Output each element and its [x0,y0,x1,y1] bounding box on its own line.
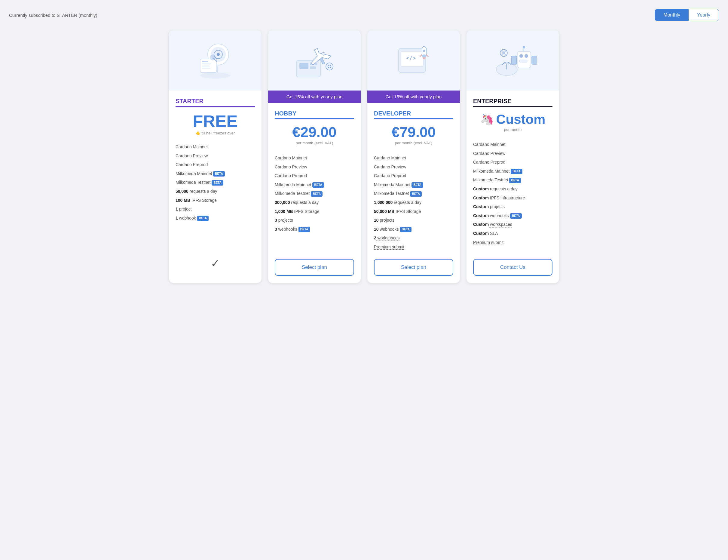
plan-price-starter: FREE [176,113,255,130]
plan-illustration-enterprise [466,30,559,91]
checkmark-icon: ✓ [211,257,220,270]
list-item: 3 projects [275,216,354,225]
plans-grid: STARTERFREE🤙 till hell freezes overCarda… [169,30,559,283]
list-item: 10 projects [374,216,453,225]
plan-price-sub-hobby: per month (excl. VAT) [275,141,354,145]
discount-banner-hobby: Get 15% off with yearly plan [268,91,361,103]
list-item: Custom webhooksBETA [473,211,552,220]
yearly-button[interactable]: Yearly [689,9,719,21]
svg-point-16 [322,52,325,55]
list-item: 1 webhookBETA [176,214,255,223]
plan-name-starter: STARTER [176,98,255,107]
plan-price-sub-starter: 🤙 till hell freezes over [176,131,255,135]
list-item: 50,000 MB IPFS Storage [374,207,453,216]
list-item: Cardano Mainnet [473,140,552,149]
list-item: Milkomeda TestnetBETA [275,189,354,198]
list-item: Custom workspaces [473,220,552,229]
plan-body-enterprise: ENTERPRISE🦄Customper monthCardano Mainne… [466,91,559,283]
svg-point-28 [524,54,528,58]
plan-price-sub-developer: per month (excl. VAT) [374,141,453,145]
plan-illustration-hobby [268,30,361,91]
list-item: Milkomeda TestnetBETA [374,189,453,198]
list-item: Milkomeda MainnetBETA [275,180,354,189]
beta-badge: BETA [212,180,223,186]
plan-price-enterprise: 🦄Custom [473,113,552,126]
svg-point-39 [505,54,506,56]
billing-toggle[interactable]: Monthly Yearly [655,9,719,21]
list-item: Milkomeda TestnetBETA [176,178,255,187]
list-item: 2 workspaces [374,234,453,243]
svg-text:</>: </> [406,55,416,61]
beta-badge: BETA [311,191,322,197]
svg-rect-8 [202,66,210,66]
beta-badge: BETA [213,171,225,177]
list-item: Cardano Preprod [374,171,453,180]
svg-rect-15 [310,66,316,69]
plan-name-enterprise: ENTERPRISE [473,98,552,107]
features-list-enterprise: Cardano MainnetCardano PreviewCardano Pr… [473,140,552,252]
beta-badge: BETA [510,213,521,219]
beta-badge: BETA [411,182,423,188]
features-list-starter: Cardano MainnetCardano PreviewCardano Pr… [176,143,255,244]
list-item: Milkomeda MainnetBETA [374,180,453,189]
svg-rect-13 [300,63,309,69]
current-plan-indicator-starter: ✓ [176,251,255,276]
features-list-developer: Cardano MainnetCardano PreviewCardano Pr… [374,154,453,252]
svg-point-38 [501,54,503,56]
list-item: Premium submit [473,238,552,247]
svg-rect-9 [202,68,211,69]
list-item: Cardano Preprod [275,171,354,180]
list-item: Cardano Preview [275,163,354,172]
plan-card-developer: </> Get 15% off with yearly planDEVELOPE… [367,30,460,283]
list-item: Custom SLA [473,229,552,238]
beta-badge: BETA [197,216,209,221]
svg-point-31 [523,46,525,48]
svg-point-22 [422,54,426,57]
list-item: Cardano Preprod [473,158,552,167]
plan-price-developer: €79.00 [374,125,453,140]
beta-badge: BETA [312,182,324,188]
svg-rect-32 [511,56,517,64]
svg-point-0 [200,72,230,78]
beta-badge: BETA [509,178,521,183]
svg-point-27 [519,54,523,58]
list-item: 1,000,000 requests a day [374,198,453,207]
subscription-status: Currently subscribed to STARTER (monthly… [9,13,97,18]
list-item: 1,000 MB IPFS Storage [275,207,354,216]
plan-name-hobby: HOBBY [275,110,354,119]
plan-body-hobby: HOBBY€29.00per month (excl. VAT)Cardano … [268,103,361,283]
list-item: Cardano Mainnet [374,154,453,163]
svg-point-17 [326,63,333,70]
svg-rect-29 [519,60,527,62]
list-item: Cardano Preview [473,149,552,158]
plan-body-developer: DEVELOPER€79.00per month (excl. VAT)Card… [367,103,460,283]
cta-button-enterprise[interactable]: Contact Us [473,259,552,276]
plan-card-enterprise: ENTERPRISE🦄Customper monthCardano Mainne… [466,30,559,283]
beta-badge: BETA [511,169,522,174]
svg-point-36 [501,50,503,52]
list-item: 300,000 requests a day [275,198,354,207]
list-item: 50,000 requests a day [176,187,255,196]
list-item: Cardano Preview [176,152,255,161]
features-list-hobby: Cardano MainnetCardano PreviewCardano Pr… [275,154,354,252]
cta-button-hobby[interactable]: Select plan [275,259,354,276]
svg-rect-6 [202,61,208,62]
list-item: Custom IPFS infrastructure [473,194,552,203]
list-item: Premium submit [374,243,453,252]
list-item: 3 webhooksBETA [275,225,354,234]
cta-button-developer[interactable]: Select plan [374,259,453,276]
svg-rect-33 [532,56,537,64]
beta-badge: BETA [410,191,421,197]
svg-rect-7 [202,63,211,64]
svg-point-35 [502,51,505,54]
svg-point-37 [505,50,506,52]
plan-price-sub-enterprise: per month [473,127,552,132]
monthly-button[interactable]: Monthly [655,9,689,21]
list-item: Milkomeda MainnetBETA [176,169,255,178]
beta-badge: BETA [400,227,411,232]
list-item: Cardano Mainnet [275,154,354,163]
svg-point-4 [217,53,220,56]
beta-badge: BETA [299,227,310,232]
list-item: Cardano Mainnet [176,143,255,152]
list-item: Milkomeda MainnetBETA [473,167,552,176]
